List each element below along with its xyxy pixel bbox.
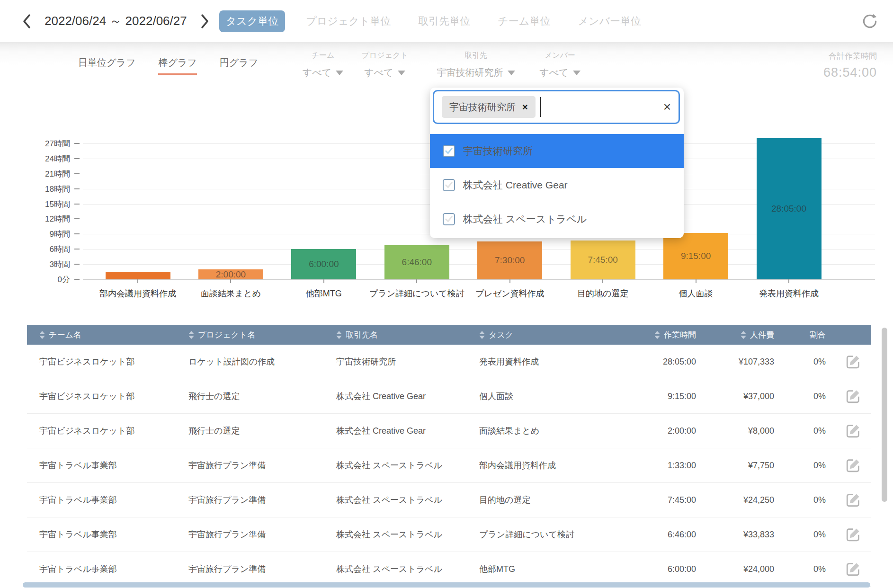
cell-task: 目的地の選定 — [479, 483, 614, 517]
tag-remove-icon[interactable]: × — [522, 102, 528, 113]
graph-tab-1[interactable]: 棒グラフ — [158, 56, 196, 75]
cell-time: 28:05:00 — [603, 345, 696, 379]
checkbox-icon[interactable] — [443, 179, 455, 191]
y-tick-mark — [74, 249, 80, 249]
y-tick-label: 12時間 — [13, 214, 70, 224]
filter-2[interactable]: 取引先宇宙技術研究所 — [429, 51, 523, 79]
cell-time: 6:46:00 — [603, 517, 696, 552]
graph-tab-0[interactable]: 日単位グラフ — [78, 56, 135, 75]
refresh-button[interactable] — [861, 12, 879, 30]
graph-tab-2[interactable]: 円グラフ — [220, 56, 258, 75]
edit-button[interactable] — [845, 561, 861, 577]
selected-client-tag-label: 宇宙技術研究所 — [449, 101, 516, 114]
column-header-label: タスク — [489, 330, 513, 340]
cell-project: ロケット設計図の作成 — [188, 345, 328, 379]
sort-icon — [654, 331, 660, 339]
cell-ratio: 0% — [785, 483, 826, 517]
unit-tabs: タスク単位プロジェクト単位取引先単位チーム単位メンバー単位 — [219, 10, 648, 32]
unit-tab-1[interactable]: プロジェクト単位 — [299, 10, 397, 32]
column-header-cost[interactable]: 人件費 — [704, 325, 774, 345]
total-work-time-value: 68:54:00 — [823, 65, 877, 80]
cell-client: 株式会社 Creative Gear — [336, 414, 473, 448]
sort-up-icon — [188, 331, 194, 334]
filter-label-1: プロジェクト — [357, 51, 412, 61]
cell-ratio: 0% — [785, 414, 826, 448]
total-work-time: 合計作業時間 68:54:00 — [823, 51, 877, 80]
cell-cost: ¥24,000 — [704, 552, 774, 586]
unit-tab-3[interactable]: チーム単位 — [491, 10, 557, 32]
chevron-down-icon — [398, 71, 405, 75]
client-option-1[interactable]: 株式会社 Creative Gear — [430, 168, 684, 202]
client-filter-dropdown: 宇宙技術研究所 × × 宇宙技術研究所株式会社 Creative Gear株式会… — [430, 88, 684, 238]
cell-time: 6:00:00 — [603, 552, 696, 586]
y-tick-mark — [74, 188, 80, 189]
edit-pencil-icon — [845, 561, 861, 577]
y-tick-label: 24時間 — [13, 153, 70, 164]
edit-button[interactable] — [845, 526, 861, 543]
next-date-button[interactable] — [199, 13, 211, 30]
cell-project: 宇宙旅行プラン準備 — [188, 517, 328, 552]
text-cursor — [540, 97, 541, 117]
x-category-label: 目的地の選定 — [577, 288, 628, 299]
total-work-time-label: 合計作業時間 — [823, 51, 877, 62]
x-category-label: 面談結果まとめ — [201, 288, 261, 299]
filter-1[interactable]: プロジェクトすべて — [357, 51, 412, 79]
horizontal-scrollbar[interactable] — [23, 582, 870, 588]
chart-bar-5: 7:45:00 — [571, 241, 635, 279]
vertical-scrollbar[interactable] — [882, 328, 887, 502]
edit-button[interactable] — [845, 354, 861, 370]
cell-ratio: 0% — [785, 345, 826, 379]
x-tick-mark — [230, 279, 231, 283]
table-row: 宇宙ビジネスロケット部飛行士の選定株式会社 Creative Gear面談結果ま… — [27, 414, 871, 448]
prev-date-button[interactable] — [21, 13, 32, 30]
filter-3[interactable]: メンバーすべて — [533, 51, 587, 79]
chart-bar-3: 6:46:00 — [384, 245, 449, 279]
client-search-input[interactable]: 宇宙技術研究所 × × — [433, 90, 680, 124]
edit-button[interactable] — [845, 457, 861, 473]
cell-task: 面談結果まとめ — [479, 414, 614, 448]
table-row: 宇宙トラベル事業部宇宙旅行プラン準備株式会社 スペーストラベル部内会議用資料作成… — [27, 448, 871, 483]
edit-button[interactable] — [845, 388, 861, 404]
cell-task: プラン詳細について検討 — [479, 517, 614, 552]
filter-value-0: すべて — [298, 66, 348, 79]
clear-search-icon[interactable]: × — [663, 100, 671, 114]
client-option-0[interactable]: 宇宙技術研究所 — [430, 134, 684, 168]
client-option-2[interactable]: 株式会社 スペーストラベル — [430, 202, 684, 236]
column-header-time[interactable]: 作業時間 — [603, 325, 696, 345]
sort-down-icon — [654, 336, 660, 339]
cell-project: 宇宙旅行プラン準備 — [188, 483, 328, 517]
cell-ratio: 0% — [785, 448, 826, 482]
unit-tab-0[interactable]: タスク単位 — [219, 10, 286, 32]
checkbox-icon[interactable] — [443, 213, 455, 225]
chart-bar-6: 9:15:00 — [663, 233, 728, 279]
sort-down-icon — [336, 336, 342, 339]
cell-cost: ¥33,833 — [704, 517, 774, 552]
table-row: 宇宙ビジネスロケット部ロケット設計図の作成宇宙技術研究所発表用資料作成28:05… — [27, 345, 871, 379]
cell-client: 株式会社 スペーストラベル — [336, 517, 473, 552]
edit-pencil-icon — [845, 526, 861, 543]
unit-tab-2[interactable]: 取引先単位 — [411, 10, 477, 32]
x-tick-mark — [323, 279, 324, 283]
x-tick-mark — [137, 279, 138, 283]
column-header-task[interactable]: タスク — [479, 325, 614, 345]
sort-icon — [741, 331, 746, 339]
edit-button[interactable] — [845, 423, 861, 439]
date-range: 2022/06/24 ～ 2022/06/27 — [45, 13, 187, 29]
sort-down-icon — [741, 336, 746, 339]
chevron-down-icon — [336, 71, 343, 75]
column-header-label: 割合 — [810, 330, 826, 340]
unit-tab-4[interactable]: メンバー単位 — [571, 10, 648, 32]
bar-value-label: 9:15:00 — [681, 251, 711, 261]
edit-button[interactable] — [845, 492, 861, 508]
bar-value-label: 6:00:00 — [309, 259, 339, 269]
sort-down-icon — [39, 336, 45, 339]
column-header-project[interactable]: プロジェクト名 — [188, 325, 328, 345]
chart-bar-4: 7:30:00 — [477, 241, 542, 279]
filter-0[interactable]: チームすべて — [298, 51, 348, 79]
column-header-client[interactable]: 取引先名 — [336, 325, 473, 345]
x-category-label: 発表用資料作成 — [759, 288, 819, 299]
filter-label-3: メンバー — [533, 51, 587, 61]
column-header-team[interactable]: チーム名 — [39, 325, 181, 345]
y-tick-mark — [74, 218, 80, 219]
checkbox-checked-icon[interactable] — [443, 145, 455, 157]
